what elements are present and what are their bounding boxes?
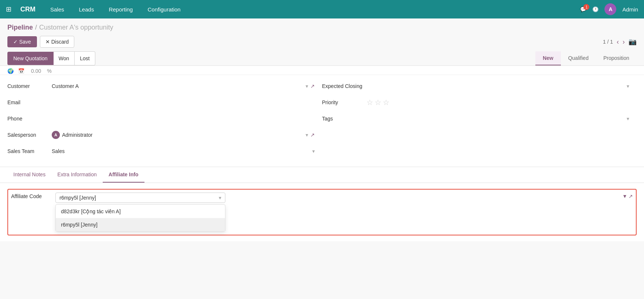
stage-new[interactable]: New xyxy=(535,51,561,65)
stage-bar: New Quotation Won Lost New Qualified Pro… xyxy=(0,51,644,66)
discard-button[interactable]: ✕ Discard xyxy=(40,36,74,48)
priority-row: Priority ☆ ☆ ☆ xyxy=(322,96,630,108)
customer-external-link[interactable]: ↗ xyxy=(310,83,315,89)
lost-button[interactable]: Lost xyxy=(75,51,95,65)
next-arrow[interactable]: › xyxy=(623,38,625,46)
partial-percent: % xyxy=(47,68,51,74)
affiliate-section: Affiliate Code r6mpy5l [Jenny] ▾ d82d3kr… xyxy=(0,183,644,241)
customer-label: Customer xyxy=(7,83,52,89)
tags-label: Tags xyxy=(322,116,367,122)
affiliate-input-area: r6mpy5l [Jenny] ▾ d82d3kr [Cộng tác viên… xyxy=(55,193,620,232)
tags-input[interactable] xyxy=(367,114,440,123)
phone-value-area xyxy=(52,114,315,123)
affiliate-dropdown-menu: d82d3kr [Cộng tác viên A] r6mpy5l [Jenny… xyxy=(55,204,225,232)
expected-closing-input[interactable] xyxy=(367,82,440,91)
tab-internal-notes[interactable]: Internal Notes xyxy=(7,167,51,183)
customer-row: Customer Customer A ▾ ↗ xyxy=(7,80,315,92)
pagination-label: 1 / 1 xyxy=(603,39,613,45)
salesperson-dropdown-arrow[interactable]: ▾ xyxy=(306,132,308,138)
star-1[interactable]: ☆ xyxy=(367,98,373,107)
sales-team-row: Sales Team Sales ▾ xyxy=(7,145,315,157)
top-navigation: ⊞ CRM Sales Leads Reporting Configuratio… xyxy=(0,0,644,18)
tags-value-area: ▾ xyxy=(367,114,630,123)
expected-closing-value-area: ▾ xyxy=(367,82,630,91)
breadcrumb-pipeline[interactable]: Pipeline xyxy=(7,24,33,31)
affiliate-external-link[interactable]: ↗ xyxy=(628,193,633,199)
form-right: Expected Closing ▾ Priority ☆ ☆ ☆ Tags ▾ xyxy=(322,80,637,162)
closing-dropdown-arrow[interactable]: ▾ xyxy=(627,83,629,89)
clock-icon[interactable]: 🕐 xyxy=(592,6,599,12)
customer-value: Customer A xyxy=(52,83,79,89)
stage-actions: New Quotation Won Lost xyxy=(7,51,95,65)
expected-closing-row: Expected Closing ▾ xyxy=(322,80,630,92)
email-label: Email xyxy=(7,99,52,105)
toolbar-right: 1 / 1 ‹ › 📷 xyxy=(603,38,637,46)
tab-extra-information[interactable]: Extra Information xyxy=(51,167,103,183)
customer-dropdown-arrow[interactable]: ▾ xyxy=(306,83,308,89)
sales-team-label: Sales Team xyxy=(7,148,52,154)
nav-configuration[interactable]: Configuration xyxy=(144,5,183,14)
sales-team-value-area: Sales ▾ xyxy=(52,148,315,154)
new-quotation-button[interactable]: New Quotation xyxy=(7,52,54,65)
partial-row: 🌍 📅 0.00 % xyxy=(0,66,644,75)
prev-arrow[interactable]: ‹ xyxy=(617,38,619,46)
toolbar: ✓ Save ✕ Discard 1 / 1 ‹ › 📷 xyxy=(0,34,644,51)
star-3[interactable]: ☆ xyxy=(383,98,389,107)
affiliate-select-arrow[interactable]: ▾ xyxy=(623,193,626,200)
tabs-area: Internal Notes Extra Information Affilia… xyxy=(0,167,644,183)
partial-calendar: 📅 xyxy=(18,68,24,74)
save-button[interactable]: ✓ Save xyxy=(7,36,37,47)
grid-icon[interactable]: ⊞ xyxy=(6,5,11,13)
nav-reporting[interactable]: Reporting xyxy=(106,5,136,14)
nav-leads[interactable]: Leads xyxy=(76,5,97,14)
tags-dropdown-arrow[interactable]: ▾ xyxy=(627,116,629,122)
phone-row: Phone xyxy=(7,113,315,125)
salesperson-external-link[interactable]: ↗ xyxy=(310,132,315,138)
phone-label: Phone xyxy=(7,116,52,122)
star-2[interactable]: ☆ xyxy=(375,98,381,107)
partial-icon: 🌍 xyxy=(7,68,14,74)
salesperson-avatar: A xyxy=(52,131,60,139)
tab-affiliate-info[interactable]: Affiliate Info xyxy=(103,167,144,183)
breadcrumb-separator: / xyxy=(35,24,37,31)
affiliate-code-input-box[interactable]: r6mpy5l [Jenny] ▾ xyxy=(55,193,225,203)
topnav-right: 💬 1 🕐 A Admin xyxy=(580,3,638,15)
dropdown-item-1[interactable]: r6mpy5l [Jenny] xyxy=(56,218,225,231)
form-left: Customer Customer A ▾ ↗ Email Phone Sale… xyxy=(7,80,322,162)
email-row: Email xyxy=(7,96,315,108)
priority-stars: ☆ ☆ ☆ xyxy=(367,98,389,107)
salesperson-row: Salesperson A Administrator ▾ ↗ xyxy=(7,129,315,141)
phone-input[interactable] xyxy=(52,114,315,123)
breadcrumb-opportunity: Customer A's opportunity xyxy=(39,24,113,31)
affiliate-code-value: r6mpy5l [Jenny] xyxy=(59,195,96,201)
email-value-area xyxy=(52,98,315,107)
salesperson-name: Administrator xyxy=(62,132,92,138)
affiliate-code-row: Affiliate Code r6mpy5l [Jenny] ▾ d82d3kr… xyxy=(7,189,637,235)
affiliate-dropdown-arrow[interactable]: ▾ xyxy=(219,195,221,201)
nav-sales[interactable]: Sales xyxy=(47,5,67,14)
dropdown-item-0[interactable]: d82d3kr [Cộng tác viên A] xyxy=(56,205,225,218)
priority-label: Priority xyxy=(322,99,367,105)
affiliate-code-label: Affiliate Code xyxy=(11,193,55,199)
salesperson-value-area: A Administrator ▾ ↗ xyxy=(52,131,315,139)
partial-value: 0.00 xyxy=(31,68,41,74)
stage-steps: New Qualified Proposition xyxy=(535,51,637,65)
sales-team-value: Sales xyxy=(52,148,65,154)
customer-value-area: Customer A ▾ ↗ xyxy=(52,83,315,89)
salesperson-label: Salesperson xyxy=(7,132,52,138)
user-avatar[interactable]: A xyxy=(604,3,616,15)
notification-count: 1 xyxy=(583,4,589,10)
admin-name: Admin xyxy=(622,6,638,13)
breadcrumb: Pipeline / Customer A's opportunity xyxy=(0,18,644,34)
notification-bell[interactable]: 💬 1 xyxy=(580,6,586,12)
stage-qualified[interactable]: Qualified xyxy=(561,51,596,65)
email-input[interactable] xyxy=(52,98,315,107)
affiliate-right: ▾ ↗ xyxy=(623,193,633,200)
sales-team-dropdown-arrow[interactable]: ▾ xyxy=(312,148,315,154)
camera-icon[interactable]: 📷 xyxy=(628,38,637,46)
form-area: Customer Customer A ▾ ↗ Email Phone Sale… xyxy=(0,75,644,167)
stage-proposition[interactable]: Proposition xyxy=(596,51,637,65)
tags-row: Tags ▾ xyxy=(322,113,630,125)
expected-closing-label: Expected Closing xyxy=(322,83,367,89)
won-button[interactable]: Won xyxy=(54,51,75,65)
